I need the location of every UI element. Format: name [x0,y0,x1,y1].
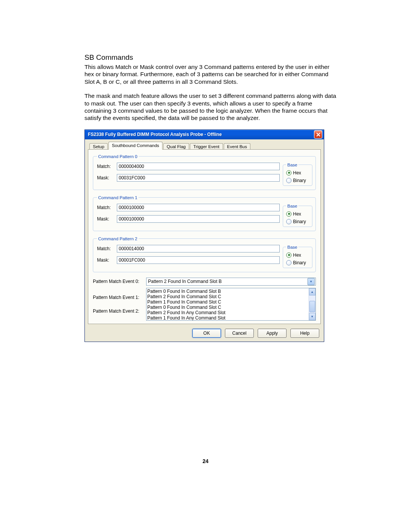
radio-label: Hex [293,252,301,258]
scroll-track[interactable] [309,296,315,313]
radio-binary-0[interactable]: Binary [286,178,309,183]
chevron-down-icon: ▾ [307,278,315,285]
groupbox-base-1: Base Hex Binary [283,204,312,227]
radio-hex-0[interactable]: Hex [286,170,309,176]
match-input-2[interactable] [117,245,280,252]
mask-input-2[interactable] [117,256,280,264]
radio-binary-2[interactable]: Binary [286,260,309,265]
radio-label: Binary [293,178,306,183]
base-legend: Base [286,163,298,167]
groupbox-pattern-1: Command Pattern 1 Match: Mask: [93,195,316,231]
ok-button[interactable]: OK [192,329,221,338]
tab-strip: Setup Southbound Commands Qual Flag Trig… [88,142,321,150]
groupbox-pattern-2: Command Pattern 2 Match: Mask: [93,236,316,272]
base-legend: Base [286,245,298,249]
scroll-up-icon[interactable]: ▴ [309,288,315,296]
dialog-button-row: OK Cancel Apply Help [88,329,321,338]
mask-label: Mask: [97,216,117,222]
radio-icon [286,219,292,224]
listbox-item[interactable]: Pattern 2 Found In Command Slot C [147,294,308,299]
scroll-down-icon[interactable]: ▾ [309,313,315,320]
events-area: Pattern Match Event 0: Pattern 2 Found I… [93,278,316,321]
tab-panel: Command Pattern 0 Match: Mask: [88,149,321,324]
mask-label: Mask: [97,257,117,263]
apply-button[interactable]: Apply [258,329,287,338]
scrollbar[interactable]: ▴ ▾ [309,288,315,320]
window-title: FS2338 Fully Buffered DIMM Protocol Anal… [88,132,314,137]
event-0-combo[interactable]: Pattern 2 Found In Command Slot B ▾ [146,278,316,286]
listbox-item[interactable]: Pattern 0 Found In Command Slot C [147,305,308,310]
listbox-item[interactable]: Pattern 1 Found In Any Command Slot [147,315,308,320]
radio-label: Binary [293,260,306,265]
radio-icon [286,211,292,217]
cancel-button[interactable]: Cancel [225,329,254,338]
event-label-0: Pattern Match Event 0: [93,279,146,284]
close-button[interactable] [314,130,322,139]
groupbox-legend: Command Pattern 0 [97,154,139,159]
radio-binary-1[interactable]: Binary [286,219,309,224]
help-button[interactable]: Help [290,329,319,338]
listbox-item[interactable]: Pattern 2 Found In Any Command Slot [147,310,308,315]
match-input-0[interactable] [117,163,280,170]
event-listbox[interactable]: Pattern 0 Found In Command Slot BPattern… [146,288,316,321]
groupbox-pattern-0: Command Pattern 0 Match: Mask: [93,154,316,190]
event-label-1: Pattern Match Event 1: [93,295,139,300]
base-legend: Base [286,204,298,208]
radio-label: Hex [293,170,301,176]
mask-input-0[interactable] [117,174,280,182]
groupbox-base-0: Base Hex Binary [283,163,312,186]
radio-label: Binary [293,219,306,224]
radio-label: Hex [293,211,301,217]
match-label: Match: [97,205,117,210]
event-label-2: Pattern Match Event 2: [93,308,139,314]
radio-icon [286,178,292,183]
dialog-window: FS2338 Fully Buffered DIMM Protocol Anal… [84,129,324,342]
match-label: Match: [97,164,117,169]
match-label: Match: [97,246,117,251]
intro-paragraph-1: This allows Match or Mask control over a… [84,63,339,85]
groupbox-legend: Command Pattern 1 [97,195,139,200]
scroll-thumb[interactable] [309,301,315,312]
close-icon [316,133,320,137]
mask-label: Mask: [97,175,117,181]
listbox-items: Pattern 0 Found In Command Slot BPattern… [147,288,309,320]
groupbox-legend: Command Pattern 2 [97,236,139,241]
listbox-item[interactable]: Pattern 0 Found In Command Slot B [147,289,308,294]
match-input-1[interactable] [117,204,280,211]
tab-southbound-commands[interactable]: Southbound Commands [108,142,162,150]
titlebar[interactable]: FS2338 Fully Buffered DIMM Protocol Anal… [85,130,324,139]
radio-icon [286,252,292,258]
page-number: 24 [0,458,411,464]
radio-icon [286,260,292,265]
radio-hex-2[interactable]: Hex [286,252,309,258]
radio-hex-1[interactable]: Hex [286,211,309,217]
groupbox-base-2: Base Hex Binary [283,245,312,268]
radio-icon [286,170,292,176]
intro-paragraph-2: The mask and match feature allows the us… [84,92,339,122]
dialog-client-area: Setup Southbound Commands Qual Flag Trig… [85,139,324,342]
section-heading: SB Commands [84,53,339,62]
listbox-item[interactable]: Pattern 1 Found In Command Slot C [147,299,308,305]
mask-input-1[interactable] [117,215,280,223]
event-0-value: Pattern 2 Found In Command Slot B [148,279,221,284]
